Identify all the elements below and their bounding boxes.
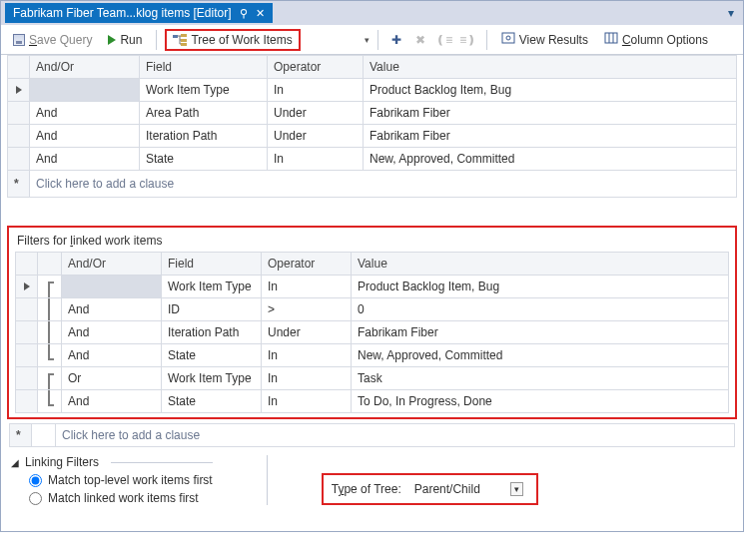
- cell-field[interactable]: ID: [162, 298, 262, 321]
- hdr-field[interactable]: Field: [140, 56, 268, 79]
- tree-mode-dropdown[interactable]: ▾: [365, 35, 370, 45]
- clause-row[interactable]: Work Item Type In Product Backlog Item, …: [8, 79, 737, 102]
- cell-andor[interactable]: And: [62, 321, 162, 344]
- cell-field[interactable]: Iteration Path: [162, 321, 262, 344]
- tree-type-select[interactable]: Parent/Child ▾: [409, 479, 528, 499]
- cell-value[interactable]: Task: [352, 367, 729, 390]
- chevron-down-icon: ▾: [365, 35, 370, 45]
- row-selector[interactable]: [8, 79, 30, 102]
- cell-value[interactable]: Fabrikam Fiber: [364, 102, 737, 125]
- row-selector[interactable]: [8, 148, 30, 171]
- cell-andor[interactable]: [62, 276, 162, 298]
- view-results-icon: [501, 31, 515, 48]
- group-clause-button[interactable]: ❪≡: [434, 30, 454, 50]
- cell-operator[interactable]: Under: [268, 102, 364, 125]
- add-clause-hint[interactable]: Click here to add a clause: [30, 171, 737, 198]
- tree-mode-label: Tree of Work Items: [191, 33, 292, 47]
- cell-operator[interactable]: In: [262, 344, 352, 367]
- radio-match-top[interactable]: Match top-level work items first: [29, 473, 213, 487]
- clause-row[interactable]: And State In New, Approved, Committed: [16, 344, 729, 367]
- svg-rect-6: [605, 33, 617, 43]
- hdr-value[interactable]: Value: [352, 253, 729, 276]
- radio-match-linked-input[interactable]: [29, 492, 42, 505]
- linking-filters-title[interactable]: ◢ Linking Filters: [11, 455, 213, 469]
- cell-field[interactable]: Work Item Type: [162, 367, 262, 390]
- cell-value[interactable]: To Do, In Progress, Done: [352, 390, 729, 413]
- clause-row[interactable]: Or Work Item Type In Task: [16, 367, 729, 390]
- hdr-operator[interactable]: Operator: [262, 253, 352, 276]
- radio-match-linked[interactable]: Match linked work items first: [29, 491, 213, 505]
- run-button[interactable]: Run: [102, 31, 148, 49]
- cell-field[interactable]: State: [140, 148, 268, 171]
- hdr-andor[interactable]: And/Or: [62, 253, 162, 276]
- linked-add-clause-table: * Click here to add a clause: [9, 423, 735, 447]
- hdr-operator[interactable]: Operator: [268, 56, 364, 79]
- cell-operator[interactable]: >: [262, 298, 352, 321]
- play-icon: [108, 35, 116, 45]
- cell-value[interactable]: Fabrikam Fiber: [364, 125, 737, 148]
- save-query-button[interactable]: Save Query: [7, 31, 98, 49]
- column-options-button[interactable]: Column Options: [598, 29, 714, 50]
- cell-field[interactable]: Work Item Type: [162, 276, 262, 298]
- radio-match-top-input[interactable]: [29, 474, 42, 487]
- clause-row[interactable]: Work Item Type In Product Backlog Item, …: [16, 276, 729, 298]
- clause-row[interactable]: And Iteration Path Under Fabrikam Fiber: [8, 125, 737, 148]
- cell-value[interactable]: Product Backlog Item, Bug: [364, 79, 737, 102]
- cell-andor[interactable]: [30, 79, 140, 102]
- tree-of-work-items-button[interactable]: Tree of Work Items: [165, 29, 300, 51]
- close-icon[interactable]: ✕: [256, 7, 265, 20]
- tab-overflow-button[interactable]: ▾: [723, 5, 739, 21]
- run-label: Run: [120, 33, 142, 47]
- cell-field[interactable]: State: [162, 344, 262, 367]
- cell-value[interactable]: Product Backlog Item, Bug: [352, 276, 729, 298]
- radio-match-top-label: Match top-level work items first: [48, 473, 213, 487]
- remove-clause-button[interactable]: ✖: [410, 30, 430, 50]
- cell-andor[interactable]: And: [62, 298, 162, 321]
- cell-field[interactable]: State: [162, 390, 262, 413]
- group-bracket: [38, 344, 62, 367]
- hdr-value[interactable]: Value: [364, 56, 737, 79]
- cell-andor[interactable]: And: [62, 390, 162, 413]
- row-selector[interactable]: [8, 125, 30, 148]
- cell-value[interactable]: New, Approved, Committed: [352, 344, 729, 367]
- cell-operator[interactable]: In: [268, 148, 364, 171]
- clause-row[interactable]: And State In New, Approved, Committed: [8, 148, 737, 171]
- hdr-andor[interactable]: And/Or: [30, 56, 140, 79]
- tree-type-label: Type of Tree:: [332, 482, 401, 496]
- row-selector[interactable]: [8, 102, 30, 125]
- cell-andor[interactable]: And: [30, 125, 140, 148]
- cell-value[interactable]: 0: [352, 298, 729, 321]
- cell-operator[interactable]: Under: [268, 125, 364, 148]
- tree-type-box: Type of Tree: Parent/Child ▾: [322, 473, 538, 505]
- cell-value[interactable]: New, Approved, Committed: [364, 148, 737, 171]
- cell-operator[interactable]: In: [262, 390, 352, 413]
- cell-andor[interactable]: And: [30, 102, 140, 125]
- hdr-field[interactable]: Field: [162, 253, 262, 276]
- cell-operator[interactable]: In: [262, 276, 352, 298]
- clause-row[interactable]: And State In To Do, In Progress, Done: [16, 390, 729, 413]
- cell-field[interactable]: Work Item Type: [140, 79, 268, 102]
- cell-field[interactable]: Iteration Path: [140, 125, 268, 148]
- cell-operator[interactable]: In: [262, 367, 352, 390]
- clause-row[interactable]: And ID > 0: [16, 298, 729, 321]
- clause-row[interactable]: And Area Path Under Fabrikam Fiber: [8, 102, 737, 125]
- editor-tab[interactable]: Fabrikam Fiber Team...klog items [Editor…: [5, 3, 273, 23]
- add-clause-row[interactable]: * Click here to add a clause: [8, 171, 737, 198]
- cell-operator[interactable]: Under: [262, 321, 352, 344]
- cell-andor[interactable]: And: [62, 344, 162, 367]
- pin-icon[interactable]: ⚲: [240, 7, 248, 20]
- ungroup-clause-button[interactable]: ≡❫: [458, 30, 478, 50]
- add-clause-hint[interactable]: Click here to add a clause: [56, 424, 735, 447]
- add-clause-row[interactable]: * Click here to add a clause: [10, 424, 735, 447]
- toolbar-separator: [156, 30, 157, 50]
- cell-operator[interactable]: In: [268, 79, 364, 102]
- header-row: And/Or Field Operator Value: [16, 253, 729, 276]
- clause-row[interactable]: And Iteration Path Under Fabrikam Fiber: [16, 321, 729, 344]
- row-selector[interactable]: [16, 276, 38, 298]
- view-results-button[interactable]: View Results: [495, 29, 594, 50]
- cell-andor[interactable]: And: [30, 148, 140, 171]
- cell-andor[interactable]: Or: [62, 367, 162, 390]
- cell-field[interactable]: Area Path: [140, 102, 268, 125]
- cell-value[interactable]: Fabrikam Fiber: [352, 321, 729, 344]
- add-clause-button[interactable]: ✚: [386, 30, 406, 50]
